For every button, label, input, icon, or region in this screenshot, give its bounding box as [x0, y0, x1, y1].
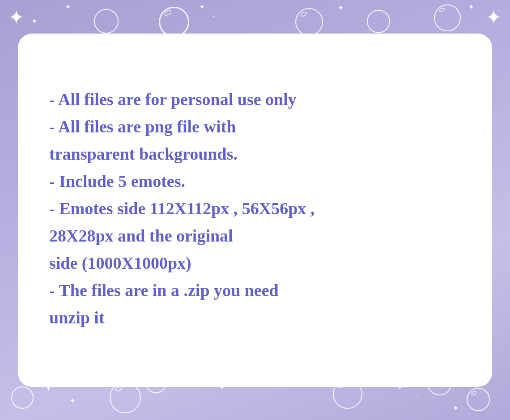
card-content: - All files are for personal use only - … [49, 87, 314, 333]
sparkle-icon: · [416, 393, 418, 400]
bubble-icon [295, 8, 323, 36]
line-personal-use: - All files are for personal use only [49, 87, 314, 112]
line-zip-2: unzip it [49, 305, 314, 330]
sparkle-icon: ✦ [468, 4, 474, 11]
line-zip-1: - The files are in a .zip you need [49, 278, 314, 303]
bubble-icon [159, 7, 189, 37]
sparkle-icon: ✦ [31, 18, 37, 25]
line-png-1: - All files are png file with [49, 115, 314, 139]
bubble-icon [367, 10, 390, 33]
sparkle-icon: ✦ [485, 8, 502, 28]
line-include: - Include 5 emotes. [49, 169, 314, 194]
bubble-icon [110, 382, 141, 413]
sparkle-icon: ✦ [453, 405, 459, 412]
line-png-2: transparent backgrounds. [49, 142, 314, 166]
sparkle-icon: ✦ [338, 4, 344, 12]
bubble-icon [434, 4, 461, 31]
background: ✦ ✦ ✦ ✦ · ✦ ✦ ✦ ✦ ✦ ✦ · ✦ · ✦ - All file… [0, 0, 510, 420]
sparkle-icon: ✦ [8, 8, 25, 28]
info-card: - All files are for personal use only - … [18, 34, 492, 387]
sparkle-icon: · [237, 393, 239, 400]
sparkle-icon: · [212, 13, 214, 21]
line-emotes-size-1: - Emotes side 112X112px , 56X56px , [49, 196, 314, 221]
bubble-icon [467, 388, 490, 411]
bubble-icon [11, 386, 34, 409]
sparkle-small-icon: ✦ [65, 4, 71, 11]
line-emotes-size-2: 28X28px and the original [49, 224, 314, 248]
line-emotes-size-3: side (1000X1000px) [49, 251, 314, 276]
sparkle-icon: ✦ [199, 4, 205, 11]
bubble-icon [94, 9, 119, 34]
sparkle-icon: ✦ [69, 397, 75, 404]
